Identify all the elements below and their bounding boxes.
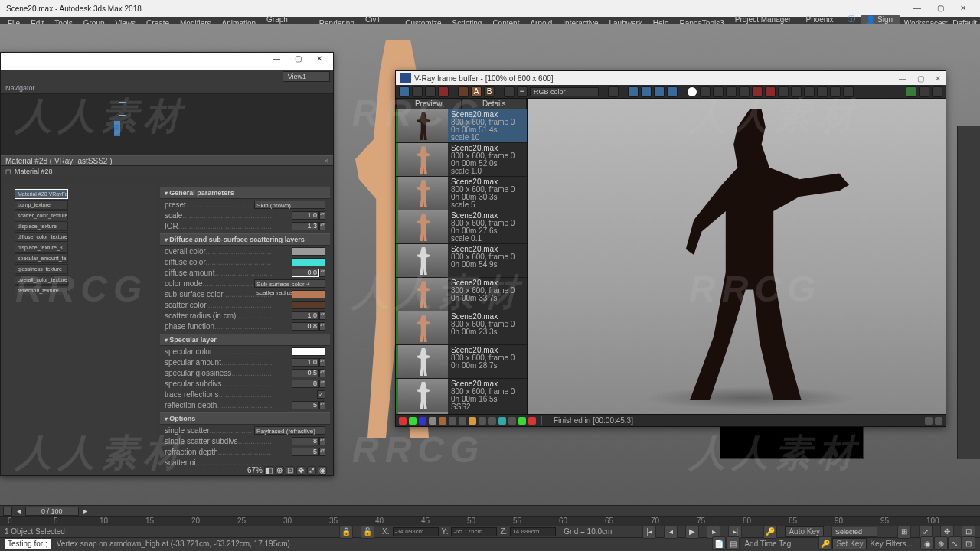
- ssubdiv-spinner[interactable]: 8: [292, 437, 319, 445]
- vfb-dot6[interactable]: [752, 86, 763, 97]
- matwin-min[interactable]: —: [266, 54, 287, 68]
- preset-select[interactable]: Skin (brown): [254, 201, 325, 209]
- vfb-min[interactable]: —: [899, 74, 906, 83]
- phase-spinner[interactable]: 0.8: [292, 322, 319, 331]
- vfb-dot1[interactable]: [687, 86, 697, 97]
- vfb-c-btn[interactable]: B: [484, 86, 495, 97]
- node-item[interactable]: bump_texture: [15, 200, 68, 210]
- node-item[interactable]: overall_color_texture: [15, 275, 68, 285]
- vfb-channel-select[interactable]: [530, 87, 599, 96]
- node-item[interactable]: diffuse_color_texture: [15, 232, 68, 242]
- vfb-dot12[interactable]: [830, 86, 841, 97]
- vfb-right1[interactable]: [906, 86, 916, 97]
- vfb-b-btn[interactable]: A: [471, 86, 482, 97]
- vfb-s1[interactable]: [925, 417, 933, 425]
- zoom-icon4[interactable]: ✥: [296, 466, 305, 475]
- zoom-icon6[interactable]: ◉: [318, 466, 327, 475]
- vp-1[interactable]: ⊞: [897, 525, 911, 539]
- phase-arrows[interactable]: ▴▾: [319, 322, 325, 331]
- vp-6[interactable]: ⊕: [934, 536, 948, 550]
- vfb-s2[interactable]: [935, 417, 942, 425]
- view-dropdown[interactable]: View1: [283, 71, 330, 82]
- scatrad-spinner[interactable]: 1.0: [292, 311, 319, 320]
- specamt-arrows[interactable]: ▴▾: [319, 358, 325, 367]
- matwin-titlebar[interactable]: — ▢ ✕: [1, 53, 333, 70]
- vfb-max[interactable]: ▢: [917, 74, 924, 83]
- vfb-copy-btn[interactable]: [425, 86, 436, 97]
- zoom-icon3[interactable]: ⊡: [286, 466, 295, 475]
- vfb-d-btn[interactable]: [504, 86, 514, 97]
- ior-spinner[interactable]: 1.3: [292, 222, 319, 230]
- keyfilters-button[interactable]: Key Filters...: [867, 539, 916, 549]
- history-item[interactable]: Scene20.max800 x 600, frame 00h 00m 27.6…: [396, 210, 527, 244]
- selected-select[interactable]: Selected: [831, 527, 877, 537]
- ior-arrows[interactable]: ▴▾: [319, 222, 325, 230]
- scatrad-arrows[interactable]: ▴▾: [319, 311, 325, 320]
- vfb-r4[interactable]: [667, 86, 678, 97]
- zoom-icon2[interactable]: ⊕: [275, 466, 284, 475]
- vp-5[interactable]: ◉: [920, 536, 934, 550]
- matwin-close[interactable]: ✕: [309, 54, 330, 68]
- section-options[interactable]: Options: [160, 412, 330, 425]
- specsubdiv-spinner[interactable]: 8: [292, 380, 319, 388]
- speccolor-swatch[interactable]: [292, 347, 325, 356]
- specgloss-spinner[interactable]: 0.5: [292, 369, 319, 377]
- command-panel-edge[interactable]: [957, 126, 980, 459]
- lock-icon[interactable]: 🔒: [339, 525, 353, 539]
- vfb-dot9[interactable]: [791, 86, 802, 97]
- node-item[interactable]: reflection_texture: [15, 285, 68, 295]
- node-item[interactable]: displace_texture_3: [15, 243, 68, 253]
- vfb-right2[interactable]: [919, 86, 929, 97]
- vfb-dot11[interactable]: [817, 86, 828, 97]
- zoom-icon1[interactable]: ◧: [264, 466, 273, 475]
- scale-spinner[interactable]: 1.0: [292, 211, 319, 220]
- frame-indicator[interactable]: 0 / 100: [25, 507, 79, 516]
- vfb-dot2[interactable]: [700, 86, 710, 97]
- node-item[interactable]: Material #28 VRayFast...: [15, 189, 68, 199]
- vfb-e-btn[interactable]: [608, 86, 619, 97]
- history-item[interactable]: Scene20.max800 x 600, frame 00h 00m 28.7…: [396, 345, 527, 379]
- tag-icon[interactable]: ▤: [726, 536, 740, 550]
- history-item[interactable]: Scene20.max800 x 600, frame 00h 00m 16.5…: [396, 379, 527, 412]
- vfb-clear-btn[interactable]: [438, 86, 449, 97]
- addtag-button[interactable]: Add Time Tag: [740, 539, 795, 549]
- vfb-save-btn[interactable]: [412, 86, 423, 97]
- x-input[interactable]: -34.093cm: [393, 527, 439, 536]
- time-slider[interactable]: ◂ 0 / 100 ▸: [0, 506, 980, 517]
- node-item[interactable]: glossiness_texture: [15, 264, 68, 274]
- vfb-dot10[interactable]: [804, 86, 815, 97]
- vfb-hamburger-btn[interactable]: ≡: [517, 86, 528, 97]
- diffamt-arrows[interactable]: ▴▾: [319, 269, 325, 277]
- specgloss-arrows[interactable]: ▴▾: [319, 369, 325, 377]
- y-input[interactable]: -65.175cm: [451, 527, 497, 536]
- refrdepth-spinner[interactable]: 5: [292, 448, 319, 456]
- history-item[interactable]: Scene20.max800 x 600, frame 00h 00m 52.0…: [396, 143, 527, 177]
- navigator-area[interactable]: [1, 94, 333, 155]
- lock2-icon[interactable]: 🔓: [361, 525, 374, 539]
- node-item[interactable]: scatter_color_texture: [15, 210, 68, 220]
- vfb-a-btn[interactable]: [458, 86, 469, 97]
- vfb-dot4[interactable]: [726, 86, 737, 97]
- matwin-max[interactable]: ▢: [287, 54, 309, 68]
- section-specular[interactable]: Specular layer: [160, 334, 330, 346]
- pb-1[interactable]: |◂: [642, 525, 656, 539]
- refldepth-spinner[interactable]: 5: [292, 401, 319, 409]
- section-diffuse[interactable]: Diffuse and sub-surface scattering layer…: [160, 233, 330, 246]
- history-item[interactable]: Scene20.max800 x 600, frame 00h 00m 30.3…: [396, 177, 527, 210]
- history-item[interactable]: Scene20.max800 x 600, frame 00h 00m 33.7…: [396, 278, 527, 311]
- vfb-dot7[interactable]: [765, 86, 776, 97]
- frame-next[interactable]: ▸: [82, 507, 89, 515]
- vfb-history-list[interactable]: Scene20.max800 x 600, frame 00h 00m 51.4…: [396, 109, 527, 414]
- refrdepth-arrows[interactable]: ▴▾: [319, 448, 325, 456]
- pb-3[interactable]: ▶: [685, 525, 699, 539]
- vfb-tab-preview[interactable]: Preview: [396, 99, 462, 109]
- node-item[interactable]: displace_texture: [15, 221, 68, 231]
- play-button[interactable]: [3, 507, 12, 516]
- section-general[interactable]: General parameters: [160, 187, 330, 199]
- sscatter-select[interactable]: Raytraced (refractive): [254, 426, 325, 435]
- vfb-dot5[interactable]: [739, 86, 750, 97]
- refldepth-arrows[interactable]: ▴▾: [319, 401, 325, 409]
- specsubdiv-arrows[interactable]: ▴▾: [319, 380, 325, 388]
- vp-7[interactable]: ⤡: [948, 536, 962, 550]
- setkey-button[interactable]: Set Key: [832, 538, 867, 549]
